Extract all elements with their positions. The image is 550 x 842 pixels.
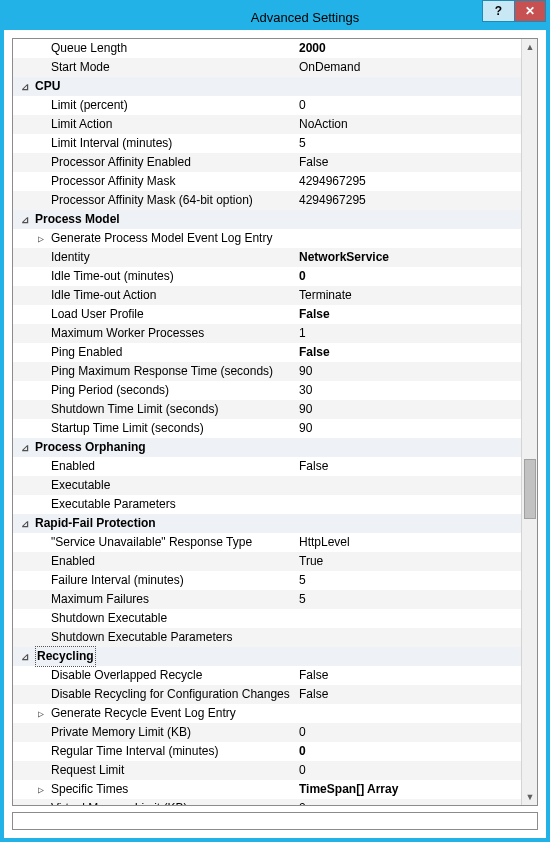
category-row[interactable]: ⊿Recycling <box>13 647 521 666</box>
property-value[interactable]: True <box>295 552 521 571</box>
property-row[interactable]: ⊿Limit Interval (minutes)5 <box>13 134 521 153</box>
property-value[interactable]: 1 <box>295 324 521 343</box>
expander-icon[interactable]: ▷ <box>35 229 47 248</box>
property-label: Load User Profile <box>47 305 295 324</box>
property-value[interactable]: False <box>295 153 521 172</box>
property-row[interactable]: ⊿EnabledTrue <box>13 552 521 571</box>
expander-icon[interactable]: ▷ <box>35 704 47 723</box>
scroll-up-arrow[interactable]: ▲ <box>522 39 538 55</box>
property-row[interactable]: ⊿Disable Recycling for Configuration Cha… <box>13 685 521 704</box>
property-value[interactable]: 0 <box>295 267 521 286</box>
property-row[interactable]: ⊿"Service Unavailable" Response TypeHttp… <box>13 533 521 552</box>
property-row[interactable]: ⊿IdentityNetworkService <box>13 248 521 267</box>
property-row[interactable]: ⊿Ping Maximum Response Time (seconds)90 <box>13 362 521 381</box>
property-label: Processor Affinity Mask (64-bit option) <box>47 191 295 210</box>
property-label: "Service Unavailable" Response Type <box>47 533 295 552</box>
property-row[interactable]: ⊿Limit ActionNoAction <box>13 115 521 134</box>
property-row[interactable]: ⊿Processor Affinity Mask4294967295 <box>13 172 521 191</box>
expander-icon[interactable]: ⊿ <box>19 438 31 457</box>
property-row[interactable]: ⊿Request Limit0 <box>13 761 521 780</box>
property-value[interactable]: 2000 <box>295 39 521 58</box>
property-value[interactable]: OnDemand <box>295 58 521 77</box>
property-value[interactable]: 90 <box>295 419 521 438</box>
property-row[interactable]: ▷Generate Recycle Event Log Entry <box>13 704 521 723</box>
property-value[interactable]: 0 <box>295 742 521 761</box>
property-value[interactable]: False <box>295 305 521 324</box>
property-row[interactable]: ⊿Shutdown Executable Parameters <box>13 628 521 647</box>
property-row[interactable]: ⊿Ping EnabledFalse <box>13 343 521 362</box>
property-row[interactable]: ⊿EnabledFalse <box>13 457 521 476</box>
property-value[interactable]: False <box>295 685 521 704</box>
property-label: Private Memory Limit (KB) <box>47 723 295 742</box>
property-row[interactable]: ⊿Maximum Failures5 <box>13 590 521 609</box>
property-value[interactable]: 4294967295 <box>295 172 521 191</box>
property-row[interactable]: ⊿Shutdown Time Limit (seconds)90 <box>13 400 521 419</box>
category-row[interactable]: ⊿Process Orphaning <box>13 438 521 457</box>
close-button[interactable]: ✕ <box>514 0 546 22</box>
property-value[interactable]: False <box>295 343 521 362</box>
property-row[interactable]: ⊿Executable <box>13 476 521 495</box>
property-row[interactable]: ⊿Failure Interval (minutes)5 <box>13 571 521 590</box>
property-value[interactable]: 5 <box>295 571 521 590</box>
property-value[interactable]: 5 <box>295 590 521 609</box>
titlebar: Advanced Settings ? ✕ <box>4 4 546 30</box>
property-value[interactable]: NetworkService <box>295 248 521 267</box>
property-row[interactable]: ⊿Executable Parameters <box>13 495 521 514</box>
property-row[interactable]: ▷Specific TimesTimeSpan[] Array <box>13 780 521 799</box>
property-row[interactable]: ⊿Limit (percent)0 <box>13 96 521 115</box>
scroll-thumb[interactable] <box>524 459 536 519</box>
property-value[interactable]: NoAction <box>295 115 521 134</box>
property-value[interactable]: 4294967295 <box>295 191 521 210</box>
property-row[interactable]: ⊿Queue Length2000 <box>13 39 521 58</box>
property-row[interactable]: ⊿Idle Time-out (minutes)0 <box>13 267 521 286</box>
category-label: Recycling <box>31 646 521 667</box>
property-value[interactable]: False <box>295 457 521 476</box>
property-value[interactable]: 0 <box>295 723 521 742</box>
category-label: CPU <box>31 77 521 96</box>
property-label: Executable <box>47 476 295 495</box>
property-row[interactable]: ⊿Ping Period (seconds)30 <box>13 381 521 400</box>
help-button[interactable]: ? <box>482 0 514 22</box>
property-row[interactable]: ▷Generate Process Model Event Log Entry <box>13 229 521 248</box>
vertical-scrollbar[interactable]: ▲ ▼ <box>521 39 537 805</box>
category-row[interactable]: ⊿Process Model <box>13 210 521 229</box>
expander-icon[interactable]: ⊿ <box>19 647 31 666</box>
property-row[interactable]: ⊿Processor Affinity EnabledFalse <box>13 153 521 172</box>
property-value[interactable]: TimeSpan[] Array <box>295 780 521 799</box>
property-value[interactable]: 90 <box>295 362 521 381</box>
window-title: Advanced Settings <box>4 10 546 25</box>
property-value[interactable]: 0 <box>295 799 521 805</box>
property-value[interactable]: 5 <box>295 134 521 153</box>
property-value[interactable]: 30 <box>295 381 521 400</box>
expander-icon[interactable]: ⊿ <box>19 514 31 533</box>
scroll-down-arrow[interactable]: ▼ <box>522 789 538 805</box>
property-row[interactable]: ⊿Processor Affinity Mask (64-bit option)… <box>13 191 521 210</box>
property-row[interactable]: ⊿Shutdown Executable <box>13 609 521 628</box>
expander-icon[interactable]: ⊿ <box>19 210 31 229</box>
property-row[interactable]: ⊿Disable Overlapped RecycleFalse <box>13 666 521 685</box>
property-row[interactable]: ⊿Regular Time Interval (minutes)0 <box>13 742 521 761</box>
property-label: Generate Recycle Event Log Entry <box>47 704 295 723</box>
property-value[interactable]: Terminate <box>295 286 521 305</box>
property-label: Queue Length <box>47 39 295 58</box>
property-value[interactable]: 0 <box>295 761 521 780</box>
property-row[interactable]: ⊿Start ModeOnDemand <box>13 58 521 77</box>
expander-icon[interactable]: ⊿ <box>19 77 31 96</box>
property-value[interactable]: HttpLevel <box>295 533 521 552</box>
property-value[interactable]: 0 <box>295 96 521 115</box>
property-row[interactable]: ⊿Maximum Worker Processes1 <box>13 324 521 343</box>
property-value[interactable]: 90 <box>295 400 521 419</box>
property-row[interactable]: ⊿Private Memory Limit (KB)0 <box>13 723 521 742</box>
property-row[interactable]: ⊿Startup Time Limit (seconds)90 <box>13 419 521 438</box>
property-value[interactable]: False <box>295 666 521 685</box>
expander-icon[interactable]: ▷ <box>35 780 47 799</box>
property-row[interactable]: ⊿Load User ProfileFalse <box>13 305 521 324</box>
titlebar-buttons: ? ✕ <box>482 0 546 22</box>
property-row[interactable]: ⊿Virtual Memory Limit (KB)0 <box>13 799 521 805</box>
property-label: Limit Interval (minutes) <box>47 134 295 153</box>
property-label: Maximum Worker Processes <box>47 324 295 343</box>
category-row[interactable]: ⊿CPU <box>13 77 521 96</box>
category-row[interactable]: ⊿Rapid-Fail Protection <box>13 514 521 533</box>
property-label: Shutdown Time Limit (seconds) <box>47 400 295 419</box>
property-row[interactable]: ⊿Idle Time-out ActionTerminate <box>13 286 521 305</box>
